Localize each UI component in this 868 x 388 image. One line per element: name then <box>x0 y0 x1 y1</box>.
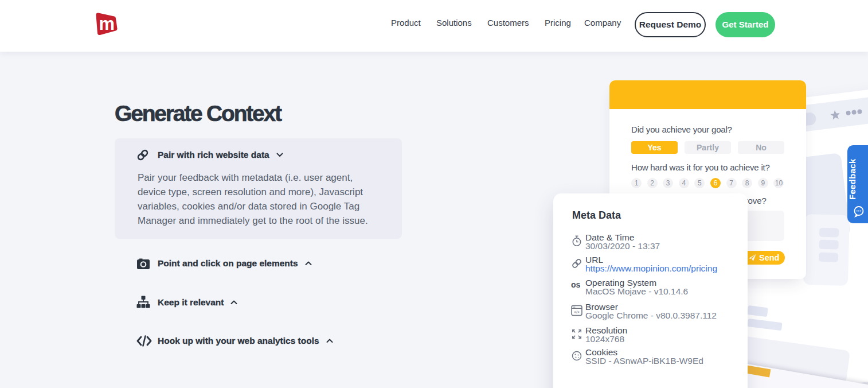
svg-text:</>: </> <box>574 310 580 314</box>
svg-text:m: m <box>99 14 115 34</box>
